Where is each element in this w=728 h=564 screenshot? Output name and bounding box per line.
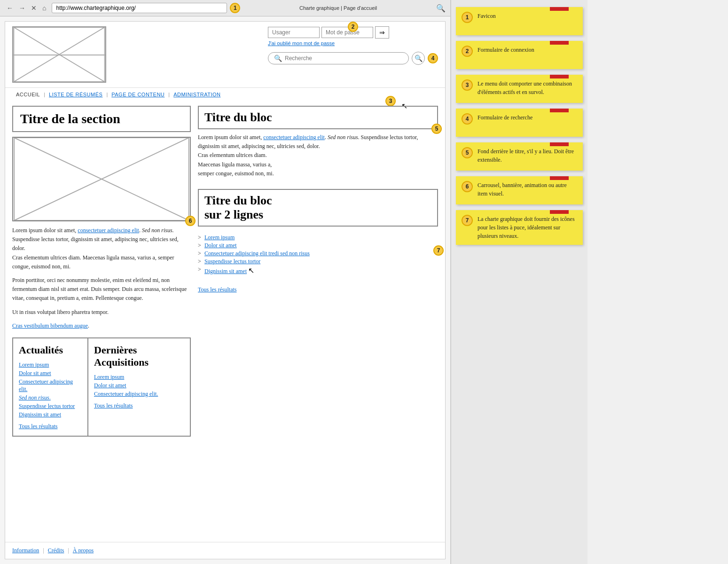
acq-link-2[interactable]: Consectetuer adipiscing elit. [94, 391, 158, 397]
nav-item-resumes[interactable]: LISTE DE RÉSUMÉS [45, 92, 106, 97]
sticky-note-1: 1 Favicon [456, 7, 583, 35]
block2-link-2[interactable]: Consectetuer adipiscing elit tredi sed n… [204, 250, 310, 257]
acquisitions-all-results[interactable]: Tous les résultats [94, 402, 184, 409]
sticky-note-7: 7 La charte graphique doit fournir des i… [456, 210, 583, 245]
footer-link-apropos[interactable]: À propos [73, 547, 94, 554]
list-item: Dolor sit amet [94, 382, 184, 389]
url-input[interactable] [52, 3, 227, 13]
note-badge-2: 2 [462, 46, 473, 57]
body-text-1: Lorem ipsum dolor sit amet, consectetuer… [12, 226, 191, 271]
login-submit-button[interactable]: ⇒ [375, 26, 389, 39]
sticky-note-5: 5 Fond derrière le titre, s'il y a lieu.… [456, 142, 583, 171]
block-news: Actualités Lorem ipsum Dolor sit amet Co… [13, 338, 88, 436]
list-item: Lorem ipsum [198, 234, 438, 241]
search-icon: 🔍 [274, 55, 282, 62]
footer-link-information[interactable]: Information [12, 547, 39, 554]
list-item: Dignissim sit amet ↖ [198, 266, 438, 275]
block1-title: Titre du bloc [204, 110, 431, 125]
username-input[interactable] [268, 27, 320, 38]
browser-bar: ← → ✕ ⌂ 1 Charte graphique | Page d'accu… [0, 0, 450, 16]
badge-4: 4 [428, 53, 438, 63]
nav-bar: ACCUEIL | LISTE DE RÉSUMÉS | PAGE DE CON… [5, 88, 445, 101]
sticky-note-4: 4 Formulaire de recherche [456, 109, 583, 137]
list-item: Consectetuer adipiscing elit. [19, 378, 82, 393]
footer-link-credits[interactable]: Crédits [48, 547, 64, 554]
forward-button[interactable]: → [17, 3, 27, 13]
note-text-5: Fond derrière le titre, s'il y a lieu. D… [478, 147, 577, 164]
acquisitions-title: Dernières Acquisitions [94, 344, 184, 368]
list-item: Consectetuer adipiscing elit tredi sed n… [198, 250, 438, 257]
red-tab-3 [550, 75, 569, 78]
list-item: Suspendisse lectus tortor [19, 402, 82, 410]
block2-list-wrap: Lorem ipsum Dolor sit amet Consectetuer … [198, 231, 438, 278]
red-tab-2 [550, 41, 569, 45]
sticky-note-2: 2 Formulaire de connexion [456, 41, 583, 69]
badge-6: 6 [185, 216, 196, 226]
section-title: Titre de la section [20, 111, 183, 126]
news-link-4[interactable]: Suspendisse lectus tortor [19, 403, 75, 409]
note-text-2: Formulaire de connexion [478, 46, 577, 54]
forgot-password-link[interactable]: J'ai oublié mon mot de passe [268, 40, 438, 46]
badge-1: 1 [230, 3, 240, 13]
block1-wrap: Titre du bloc 5 Lorem ipsum dolor sit am… [198, 106, 438, 182]
news-link-0[interactable]: Lorem ipsum [19, 361, 49, 368]
footer-sep-1: | [43, 547, 44, 554]
back-button[interactable]: ← [5, 3, 15, 13]
list-item: Lorem ipsum [94, 373, 184, 381]
block2-all-results[interactable]: Tous les résultats [198, 286, 438, 293]
block2-link-4[interactable]: Dignissim sit amet [204, 268, 247, 274]
news-link-3[interactable]: Sed non risus. [19, 394, 51, 401]
arrow-list-indicator: ↖ [248, 266, 254, 274]
block-title-box-1: Titre du bloc 5 [198, 106, 438, 129]
body-text-2: Proin porttitor, orci nec nonummy molest… [12, 276, 191, 303]
acq-link-1[interactable]: Dolor sit amet [94, 382, 126, 389]
note-badge-5: 5 [462, 147, 473, 158]
note-badge-1: 1 [462, 12, 473, 23]
search-input[interactable] [285, 55, 403, 62]
img-badge-wrap: 6 [12, 137, 191, 221]
content-left: Titre de la section 6 Lorem ips [12, 106, 191, 537]
browser-search-icon: 🔍 [436, 4, 446, 13]
block2-title: Titre du blocsur 2 lignes [204, 194, 431, 222]
block1-link[interactable]: consectetuer adipiscing elit [263, 134, 325, 141]
body-link-1[interactable]: consectetuer adipiscing elit [78, 227, 139, 234]
image-placeholder [12, 137, 191, 221]
block-title-box-2: Titre du blocsur 2 lignes [198, 189, 438, 227]
password-input[interactable] [321, 27, 373, 38]
login-form-wrap: 2 ⇒ J'ai oublié mon mot de passe [268, 26, 438, 46]
search-input-wrap: 🔍 [268, 52, 409, 64]
block2-link-1[interactable]: Dolor sit amet [204, 242, 237, 249]
nav-item-admin[interactable]: ADMINISTRATION [170, 92, 224, 97]
body-text-3: Ut in risus volutpat libero pharetra tem… [12, 308, 191, 317]
search-area: 🔍 🔍 4 [268, 52, 438, 65]
note-text-4: Formulaire de recherche [478, 113, 577, 122]
block2-link-0[interactable]: Lorem ipsum [204, 234, 235, 241]
header-right: 2 ⇒ J'ai oublié mon mot de passe 🔍 [268, 26, 438, 65]
list-item: Consectetuer adipiscing elit. [94, 390, 184, 398]
note-badge-6: 6 [462, 181, 473, 192]
news-all-results[interactable]: Tous les résultats [19, 423, 82, 430]
nav-item-accueil: ACCUEIL [12, 92, 44, 97]
red-tab-5 [550, 142, 569, 146]
nav-item-contenu[interactable]: PAGE DE CONTENU [108, 92, 168, 97]
content-right: Titre du bloc 5 Lorem ipsum dolor sit am… [198, 106, 438, 537]
search-go-button[interactable]: 🔍 [412, 52, 425, 65]
note-text-1: Favicon [478, 12, 577, 20]
acq-link-0[interactable]: Lorem ipsum [94, 374, 124, 380]
block2-link-3[interactable]: Suspendisse lectus tortor [204, 258, 260, 265]
news-link-2[interactable]: Consectetuer adipiscing elit. [19, 378, 73, 392]
body-link-2[interactable]: Cras vestibulum bibendum augue [12, 322, 88, 329]
webpage-header: 2 ⇒ J'ai oublié mon mot de passe 🔍 [5, 22, 445, 88]
list-item: Dolor sit amet [19, 369, 82, 377]
note-text-7: La charte graphique doit fournir des icô… [478, 215, 577, 240]
list-item: Suspendisse lectus tortor [198, 258, 438, 265]
news-link-1[interactable]: Dolor sit amet [19, 370, 51, 376]
home-button[interactable]: ⌂ [40, 3, 48, 13]
sticky-notes-panel: 1 Favicon 2 Formulaire de connexion 3 Le… [451, 0, 587, 564]
section-title-box: Titre de la section [12, 106, 191, 132]
close-button[interactable]: ✕ [29, 3, 39, 13]
news-list: Lorem ipsum Dolor sit amet Consectetuer … [19, 361, 82, 418]
footer-sep-2: | [68, 547, 69, 554]
webpage-content: Titre de la section 6 Lorem ips [5, 101, 445, 542]
news-link-5[interactable]: Dignissim sit amet [19, 411, 61, 418]
